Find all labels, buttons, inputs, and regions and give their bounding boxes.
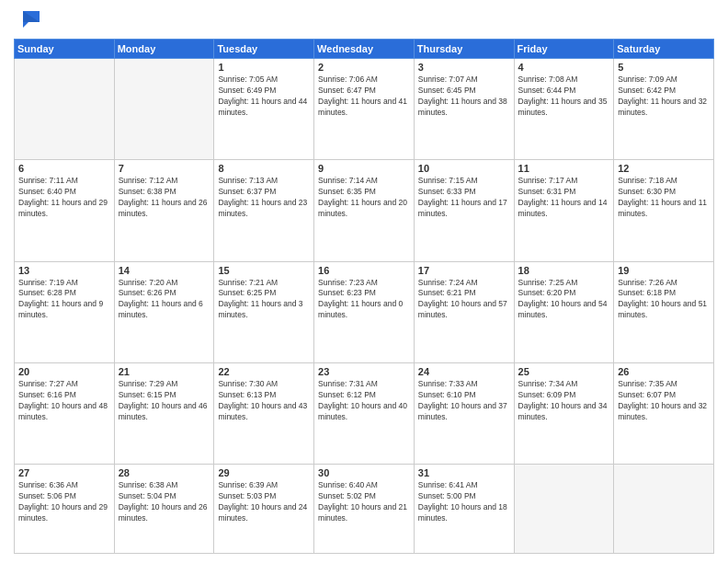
day-number: 28: [119, 467, 210, 478]
day-number: 31: [418, 467, 510, 478]
day-number: 9: [318, 163, 410, 174]
day-info: Sunrise: 7:05 AM Sunset: 6:49 PM Dayligh…: [218, 75, 310, 119]
day-number: 25: [518, 366, 610, 377]
day-info: Sunrise: 6:38 AM Sunset: 5:04 PM Dayligh…: [119, 480, 210, 524]
day-number: 15: [218, 265, 310, 276]
day-number: 1: [218, 62, 310, 73]
day-info: Sunrise: 7:34 AM Sunset: 6:09 PM Dayligh…: [518, 379, 610, 423]
day-header-thursday: Thursday: [414, 40, 514, 59]
day-info: Sunrise: 7:12 AM Sunset: 6:38 PM Dayligh…: [119, 176, 210, 220]
calendar-cell: 7Sunrise: 7:12 AM Sunset: 6:38 PM Daylig…: [114, 160, 214, 261]
calendar-cell: 11Sunrise: 7:17 AM Sunset: 6:31 PM Dayli…: [514, 160, 614, 261]
day-number: 8: [218, 163, 310, 174]
day-number: 4: [518, 62, 610, 73]
calendar-header: SundayMondayTuesdayWednesdayThursdayFrid…: [15, 40, 714, 59]
day-header-tuesday: Tuesday: [214, 40, 314, 59]
calendar-cell: 30Sunrise: 6:40 AM Sunset: 5:02 PM Dayli…: [314, 465, 415, 554]
calendar-cell: 31Sunrise: 6:41 AM Sunset: 5:00 PM Dayli…: [414, 465, 514, 554]
day-header-sunday: Sunday: [15, 40, 115, 59]
calendar-cell: 27Sunrise: 6:36 AM Sunset: 5:06 PM Dayli…: [15, 465, 115, 554]
calendar-cell: 5Sunrise: 7:09 AM Sunset: 6:42 PM Daylig…: [614, 59, 714, 160]
header-row: SundayMondayTuesdayWednesdayThursdayFrid…: [15, 40, 714, 59]
day-number: 7: [119, 163, 210, 174]
calendar-cell: 29Sunrise: 6:39 AM Sunset: 5:03 PM Dayli…: [214, 465, 314, 554]
day-number: 30: [318, 467, 410, 478]
day-number: 26: [618, 366, 710, 377]
header: [14, 9, 714, 31]
logo-icon: [14, 9, 41, 31]
day-number: 13: [18, 265, 110, 276]
day-number: 5: [618, 62, 710, 73]
day-number: 18: [518, 265, 610, 276]
calendar-cell: [514, 465, 614, 554]
day-info: Sunrise: 7:17 AM Sunset: 6:31 PM Dayligh…: [518, 176, 610, 220]
day-number: 22: [218, 366, 310, 377]
calendar-week-1: 1Sunrise: 7:05 AM Sunset: 6:49 PM Daylig…: [15, 59, 714, 160]
day-number: 20: [18, 366, 110, 377]
day-info: Sunrise: 7:25 AM Sunset: 6:20 PM Dayligh…: [518, 278, 610, 322]
calendar-week-4: 20Sunrise: 7:27 AM Sunset: 6:16 PM Dayli…: [15, 362, 714, 464]
day-info: Sunrise: 7:09 AM Sunset: 6:42 PM Dayligh…: [618, 75, 710, 119]
calendar-cell: 20Sunrise: 7:27 AM Sunset: 6:16 PM Dayli…: [15, 362, 115, 464]
day-number: 29: [218, 467, 310, 478]
day-number: 2: [318, 62, 410, 73]
calendar-cell: 10Sunrise: 7:15 AM Sunset: 6:33 PM Dayli…: [414, 160, 514, 261]
calendar-cell: 16Sunrise: 7:23 AM Sunset: 6:23 PM Dayli…: [314, 261, 415, 362]
calendar-cell: 22Sunrise: 7:30 AM Sunset: 6:13 PM Dayli…: [214, 362, 314, 464]
calendar-cell: 25Sunrise: 7:34 AM Sunset: 6:09 PM Dayli…: [514, 362, 614, 464]
calendar-cell: 4Sunrise: 7:08 AM Sunset: 6:44 PM Daylig…: [514, 59, 614, 160]
day-info: Sunrise: 6:40 AM Sunset: 5:02 PM Dayligh…: [318, 480, 410, 524]
calendar-cell: 23Sunrise: 7:31 AM Sunset: 6:12 PM Dayli…: [314, 362, 415, 464]
calendar-cell: 26Sunrise: 7:35 AM Sunset: 6:07 PM Dayli…: [614, 362, 714, 464]
day-info: Sunrise: 7:23 AM Sunset: 6:23 PM Dayligh…: [318, 278, 410, 322]
calendar-week-5: 27Sunrise: 6:36 AM Sunset: 5:06 PM Dayli…: [15, 465, 714, 554]
calendar-cell: 8Sunrise: 7:13 AM Sunset: 6:37 PM Daylig…: [214, 160, 314, 261]
calendar-cell: 1Sunrise: 7:05 AM Sunset: 6:49 PM Daylig…: [214, 59, 314, 160]
calendar-cell: 2Sunrise: 7:06 AM Sunset: 6:47 PM Daylig…: [314, 59, 415, 160]
day-header-friday: Friday: [514, 40, 614, 59]
day-header-wednesday: Wednesday: [314, 40, 415, 59]
day-number: 21: [119, 366, 210, 377]
calendar-cell: [15, 59, 115, 160]
calendar-cell: 3Sunrise: 7:07 AM Sunset: 6:45 PM Daylig…: [414, 59, 514, 160]
day-number: 6: [18, 163, 110, 174]
calendar-cell: 24Sunrise: 7:33 AM Sunset: 6:10 PM Dayli…: [414, 362, 514, 464]
day-number: 27: [18, 467, 110, 478]
calendar-week-3: 13Sunrise: 7:19 AM Sunset: 6:28 PM Dayli…: [15, 261, 714, 362]
day-number: 17: [418, 265, 510, 276]
calendar-cell: 28Sunrise: 6:38 AM Sunset: 5:04 PM Dayli…: [114, 465, 214, 554]
day-number: 14: [119, 265, 210, 276]
day-info: Sunrise: 7:31 AM Sunset: 6:12 PM Dayligh…: [318, 379, 410, 423]
day-info: Sunrise: 6:39 AM Sunset: 5:03 PM Dayligh…: [218, 480, 310, 524]
day-number: 16: [318, 265, 410, 276]
day-header-monday: Monday: [114, 40, 214, 59]
day-number: 12: [618, 163, 710, 174]
day-info: Sunrise: 7:27 AM Sunset: 6:16 PM Dayligh…: [18, 379, 110, 423]
logo: [14, 9, 45, 31]
day-info: Sunrise: 7:07 AM Sunset: 6:45 PM Dayligh…: [418, 75, 510, 119]
day-info: Sunrise: 7:08 AM Sunset: 6:44 PM Dayligh…: [518, 75, 610, 119]
day-info: Sunrise: 6:36 AM Sunset: 5:06 PM Dayligh…: [18, 480, 110, 524]
calendar-cell: 15Sunrise: 7:21 AM Sunset: 6:25 PM Dayli…: [214, 261, 314, 362]
calendar-cell: 19Sunrise: 7:26 AM Sunset: 6:18 PM Dayli…: [614, 261, 714, 362]
day-number: 19: [618, 265, 710, 276]
page: SundayMondayTuesdayWednesdayThursdayFrid…: [0, 0, 728, 563]
calendar-cell: 21Sunrise: 7:29 AM Sunset: 6:15 PM Dayli…: [114, 362, 214, 464]
day-info: Sunrise: 7:21 AM Sunset: 6:25 PM Dayligh…: [218, 278, 310, 322]
day-info: Sunrise: 7:13 AM Sunset: 6:37 PM Dayligh…: [218, 176, 310, 220]
day-info: Sunrise: 7:33 AM Sunset: 6:10 PM Dayligh…: [418, 379, 510, 423]
day-info: Sunrise: 7:18 AM Sunset: 6:30 PM Dayligh…: [618, 176, 710, 220]
calendar-table: SundayMondayTuesdayWednesdayThursdayFrid…: [14, 39, 714, 554]
day-info: Sunrise: 7:20 AM Sunset: 6:26 PM Dayligh…: [119, 278, 210, 322]
calendar-cell: 18Sunrise: 7:25 AM Sunset: 6:20 PM Dayli…: [514, 261, 614, 362]
day-info: Sunrise: 6:41 AM Sunset: 5:00 PM Dayligh…: [418, 480, 510, 524]
day-info: Sunrise: 7:15 AM Sunset: 6:33 PM Dayligh…: [418, 176, 510, 220]
calendar-cell: [614, 465, 714, 554]
calendar-cell: 6Sunrise: 7:11 AM Sunset: 6:40 PM Daylig…: [15, 160, 115, 261]
day-info: Sunrise: 7:30 AM Sunset: 6:13 PM Dayligh…: [218, 379, 310, 423]
calendar-week-2: 6Sunrise: 7:11 AM Sunset: 6:40 PM Daylig…: [15, 160, 714, 261]
calendar-cell: 13Sunrise: 7:19 AM Sunset: 6:28 PM Dayli…: [15, 261, 115, 362]
day-info: Sunrise: 7:26 AM Sunset: 6:18 PM Dayligh…: [618, 278, 710, 322]
day-info: Sunrise: 7:29 AM Sunset: 6:15 PM Dayligh…: [119, 379, 210, 423]
calendar-cell: 14Sunrise: 7:20 AM Sunset: 6:26 PM Dayli…: [114, 261, 214, 362]
